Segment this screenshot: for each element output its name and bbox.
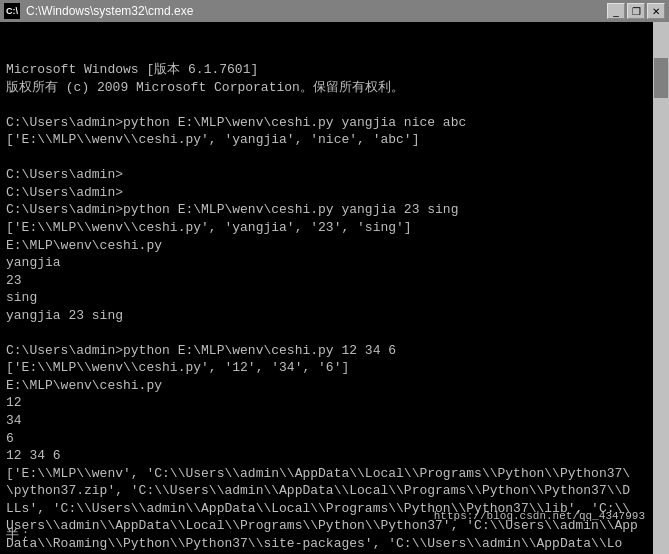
console-line: yangjia (6, 254, 663, 272)
restore-button[interactable]: ❒ (627, 3, 645, 19)
console-line: 12 34 6 (6, 447, 663, 465)
console-output: Microsoft Windows [版本 6.1.7601]版权所有 (c) … (6, 61, 663, 554)
bottom-char: 半： (6, 526, 32, 544)
blog-link: https://blog.csdn.net/qq_4347993 (434, 509, 645, 524)
console-line: 6 (6, 430, 663, 448)
title-bar: C:\ C:\Windows\system32\cmd.exe _ ❒ ✕ (0, 0, 669, 22)
console-line: ['E:\\MLP\\wenv\\ceshi.py', 'yangjia', '… (6, 131, 663, 149)
window-title: C:\Windows\system32\cmd.exe (26, 4, 193, 18)
scrollbar[interactable] (653, 22, 669, 554)
console-line: ['E:\\MLP\\wenv\\ceshi.py', '12', '34', … (6, 359, 663, 377)
console-line: C:\Users\admin>python E:\MLP\wenv\ceshi.… (6, 342, 663, 360)
title-bar-controls: _ ❒ ✕ (607, 3, 665, 19)
console-area: Microsoft Windows [版本 6.1.7601]版权所有 (c) … (0, 22, 669, 554)
console-line (6, 96, 663, 114)
console-line: yangjia 23 sing (6, 307, 663, 325)
console-line: E:\MLP\wenv\ceshi.py (6, 377, 663, 395)
console-line: 34 (6, 412, 663, 430)
console-line (6, 324, 663, 342)
console-line: Microsoft Windows [版本 6.1.7601] (6, 61, 663, 79)
console-line: C:\Users\admin>python E:\MLP\wenv\ceshi.… (6, 201, 663, 219)
console-line: \python37.zip', 'C:\\Users\\admin\\AppDa… (6, 482, 663, 500)
console-line: 12 (6, 394, 663, 412)
console-line: Data\\Roaming\\Python\\Python37\\site-pa… (6, 535, 663, 553)
cmd-icon: C:\ (4, 3, 20, 19)
console-line: sing (6, 289, 663, 307)
console-line: 23 (6, 272, 663, 290)
console-line: ['E:\\MLP\\wenv', 'C:\\Users\\admin\\App… (6, 465, 663, 483)
console-line: C:\Users\admin>python E:\MLP\wenv\ceshi.… (6, 114, 663, 132)
console-line: C:\Users\admin> (6, 184, 663, 202)
minimize-button[interactable]: _ (607, 3, 625, 19)
console-line: C:\Users\admin> (6, 166, 663, 184)
console-line (6, 149, 663, 167)
console-line: E:\MLP\wenv\ceshi.py (6, 237, 663, 255)
console-line: 版权所有 (c) 2009 Microsoft Corporation。保留所有… (6, 79, 663, 97)
title-bar-left: C:\ C:\Windows\system32\cmd.exe (4, 3, 193, 19)
console-line: ['E:\\MLP\\wenv\\ceshi.py', 'yangjia', '… (6, 219, 663, 237)
close-button[interactable]: ✕ (647, 3, 665, 19)
scrollbar-thumb[interactable] (654, 58, 668, 98)
